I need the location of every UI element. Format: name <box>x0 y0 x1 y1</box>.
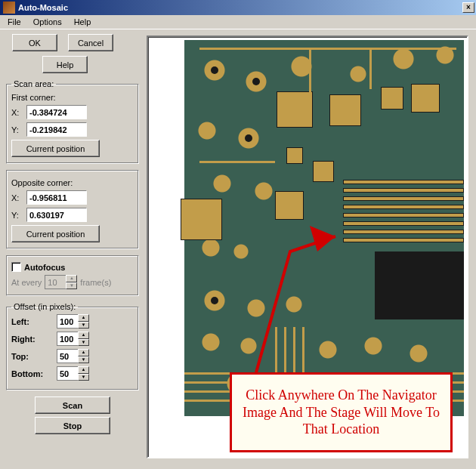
navigator-image[interactable] <box>184 40 464 416</box>
offset-left-down[interactable]: ▼ <box>78 322 89 329</box>
offset-left-up[interactable]: ▲ <box>78 314 89 322</box>
autofocus-checkbox[interactable] <box>11 262 21 272</box>
offset-top-up[interactable]: ▲ <box>78 349 89 356</box>
menu-file[interactable]: File <box>2 16 27 28</box>
scan-button[interactable]: Scan <box>35 396 110 414</box>
titlebar[interactable]: Auto-Mosaic × <box>0 0 476 15</box>
autofocus-group: Autofocus At every ▲ ▼ frame(s) <box>6 255 139 296</box>
offset-bottom-label: Bottom: <box>11 369 57 378</box>
offset-left-label: Left: <box>11 317 57 326</box>
opposite-current-position-button[interactable]: Current position <box>11 225 100 242</box>
offset-top-input[interactable] <box>57 349 78 363</box>
first-x-input[interactable] <box>26 105 87 119</box>
first-y-input[interactable] <box>26 122 87 137</box>
autofocus-label: Autofocus <box>24 263 65 272</box>
help-button[interactable]: Help <box>42 56 88 73</box>
offset-bottom-up[interactable]: ▲ <box>78 366 89 374</box>
scan-area-group: Scan area: First corner: X: Y: Current p… <box>6 79 139 164</box>
ok-button[interactable]: OK <box>12 34 57 51</box>
close-button[interactable]: × <box>462 2 474 13</box>
offset-group: Offset (in pixels): Left: ▲ ▼ Right: ▲ <box>6 302 139 390</box>
opposite-y-input[interactable] <box>26 208 87 222</box>
autofocus-every-prefix: At every <box>11 278 42 287</box>
offset-right-label: Right: <box>11 335 57 344</box>
instruction-callout: Click Anywhere On The Navigator Image An… <box>230 372 453 452</box>
navigator-frame: Click Anywhere On The Navigator Image An… <box>147 35 468 458</box>
first-corner-label: First corner: <box>11 93 134 102</box>
menu-help[interactable]: Help <box>68 16 97 28</box>
opposite-x-label: X: <box>11 193 22 202</box>
opposite-x-input[interactable] <box>26 190 87 205</box>
window-title: Auto-Mosaic <box>18 3 462 12</box>
app-icon <box>3 2 15 14</box>
stop-button[interactable]: Stop <box>35 417 110 434</box>
controls-panel: OK Cancel Help Scan area: First corner: … <box>0 29 145 469</box>
callout-text: Click Anywhere On The Navigator Image An… <box>235 387 447 438</box>
offset-right-input[interactable] <box>57 332 78 346</box>
autofocus-frames-input <box>45 275 66 289</box>
opposite-corner-group: Opposite corner: X: Y: Current position <box>6 170 139 249</box>
menubar: File Options Help <box>0 15 476 29</box>
image-panel: Click Anywhere On The Navigator Image An… <box>145 29 476 469</box>
offset-right-up[interactable]: ▲ <box>78 332 89 339</box>
first-y-label: Y: <box>11 125 22 134</box>
first-current-position-button[interactable]: Current position <box>11 140 100 157</box>
cancel-button[interactable]: Cancel <box>68 34 113 51</box>
menu-options[interactable]: Options <box>27 16 68 28</box>
first-x-label: X: <box>11 108 22 117</box>
offset-top-label: Top: <box>11 352 57 361</box>
offset-right-down[interactable]: ▼ <box>78 339 89 347</box>
offset-bottom-down[interactable]: ▼ <box>78 374 89 381</box>
autofocus-every-suffix: frame(s) <box>80 278 111 287</box>
offset-bottom-input[interactable] <box>57 366 78 381</box>
offset-left-input[interactable] <box>57 314 78 329</box>
opposite-y-label: Y: <box>11 211 22 220</box>
scan-area-legend: Scan area: <box>11 79 56 88</box>
autofocus-spin-down: ▼ <box>66 282 77 290</box>
opposite-corner-label: Opposite corner: <box>11 178 134 187</box>
offset-top-down[interactable]: ▼ <box>78 356 89 364</box>
offset-legend: Offset (in pixels): <box>11 302 78 311</box>
autofocus-spin-up: ▲ <box>66 275 77 282</box>
